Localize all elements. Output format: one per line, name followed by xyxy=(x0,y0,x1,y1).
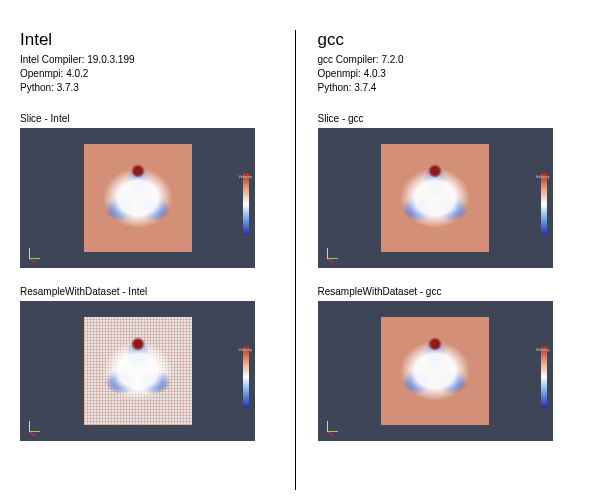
intel-resample-label: ResampleWithDataset - Intel xyxy=(20,286,273,297)
gcc-python-line: Python: 3.7.4 xyxy=(318,81,571,95)
propeller-visualization xyxy=(84,144,192,252)
propeller-visualization xyxy=(84,317,192,425)
axis-triad-icon xyxy=(324,244,342,262)
gcc-resample-plot xyxy=(381,317,489,425)
colorbar xyxy=(243,173,249,235)
gcc-slice-plot xyxy=(381,144,489,252)
intel-slice-label: Slice - Intel xyxy=(20,113,273,124)
colorbar xyxy=(243,346,249,408)
intel-openmpi-line: Openmpi: 4.0.2 xyxy=(20,67,273,81)
intel-compiler-line: Intel Compiler: 19.0.3.199 xyxy=(20,53,273,67)
axis-triad-icon xyxy=(26,417,44,435)
axis-triad-icon xyxy=(26,244,44,262)
intel-slice-panel: Velocity xyxy=(20,128,255,268)
colorbar-label: Velocity xyxy=(536,174,550,179)
propeller-visualization xyxy=(381,317,489,425)
intel-resample-panel: Velocity xyxy=(20,301,255,441)
intel-slice-plot xyxy=(84,144,192,252)
gcc-resample-panel: Velocity xyxy=(318,301,553,441)
colorbar-label: Velocity xyxy=(238,347,252,352)
vertical-divider xyxy=(295,30,296,490)
gcc-column: gcc gcc Compiler: 7.2.0 Openmpi: 4.0.3 P… xyxy=(293,30,571,490)
gcc-openmpi-line: Openmpi: 4.0.3 xyxy=(318,67,571,81)
gcc-slice-panel: Velocity xyxy=(318,128,553,268)
colorbar xyxy=(541,173,547,235)
intel-column: Intel Intel Compiler: 19.0.3.199 Openmpi… xyxy=(20,30,293,490)
gcc-resample-label: ResampleWithDataset - gcc xyxy=(318,286,571,297)
intel-python-line: Python: 3.7.3 xyxy=(20,81,273,95)
propeller-visualization xyxy=(381,144,489,252)
gcc-slice-label: Slice - gcc xyxy=(318,113,571,124)
colorbar xyxy=(541,346,547,408)
intel-resample-plot xyxy=(84,317,192,425)
gcc-title: gcc xyxy=(318,30,571,50)
intel-title: Intel xyxy=(20,30,273,50)
colorbar-label: Velocity xyxy=(238,174,252,179)
axis-triad-icon xyxy=(324,417,342,435)
gcc-compiler-line: gcc Compiler: 7.2.0 xyxy=(318,53,571,67)
colorbar-label: Velocity xyxy=(536,347,550,352)
